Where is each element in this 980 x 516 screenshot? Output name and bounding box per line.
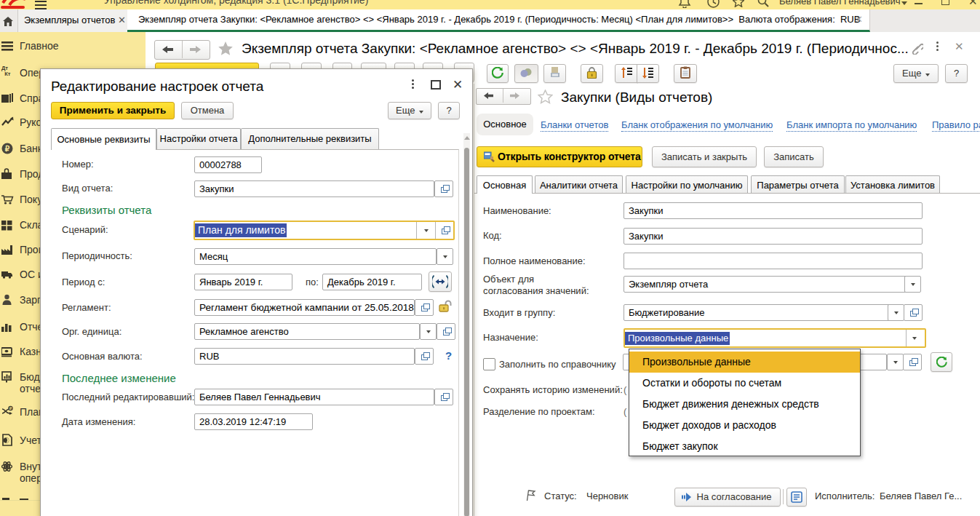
svg-text:₽: ₽: [5, 145, 10, 153]
svg-text:₽: ₽: [9, 406, 12, 410]
